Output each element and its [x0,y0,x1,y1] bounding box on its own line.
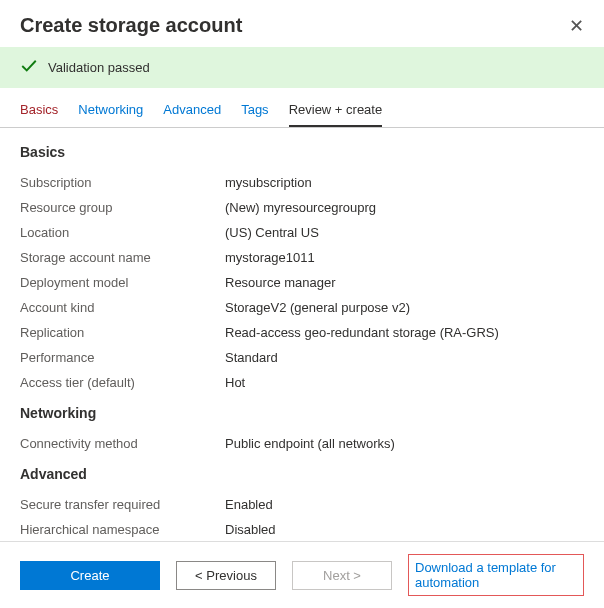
row-account-name: Storage account namemystorage1011 [20,245,584,270]
create-button[interactable]: Create [20,561,160,590]
label: Deployment model [20,275,225,290]
check-icon [20,57,38,78]
row-kind: Account kindStorageV2 (general purpose v… [20,295,584,320]
panel-header: Create storage account ✕ [0,0,604,47]
value: Resource manager [225,275,336,290]
row-replication: ReplicationRead-access geo-redundant sto… [20,320,584,345]
section-heading-advanced: Advanced [20,466,584,482]
label: Account kind [20,300,225,315]
value: StorageV2 (general purpose v2) [225,300,410,315]
label: Resource group [20,200,225,215]
label: Performance [20,350,225,365]
value: (New) myresourcegrouprg [225,200,376,215]
value: Public endpoint (all networks) [225,436,395,451]
value: Read-access geo-redundant storage (RA-GR… [225,325,499,340]
row-subscription: Subscriptionmysubscription [20,170,584,195]
label: Access tier (default) [20,375,225,390]
row-deployment: Deployment modelResource manager [20,270,584,295]
tab-review-create[interactable]: Review + create [289,102,383,127]
next-button: Next > [292,561,392,590]
row-connectivity: Connectivity methodPublic endpoint (all … [20,431,584,456]
row-performance: PerformanceStandard [20,345,584,370]
value: mystorage1011 [225,250,315,265]
value: Disabled [225,522,276,537]
validation-text: Validation passed [48,60,150,75]
label: Replication [20,325,225,340]
row-hns: Hierarchical namespaceDisabled [20,517,584,538]
value: (US) Central US [225,225,319,240]
label: Connectivity method [20,436,225,451]
close-icon[interactable]: ✕ [569,15,584,37]
row-location: Location(US) Central US [20,220,584,245]
value: Hot [225,375,245,390]
value: Enabled [225,497,273,512]
label: Secure transfer required [20,497,225,512]
validation-banner: Validation passed [0,47,604,88]
download-template-link[interactable]: Download a template for automation [408,554,584,596]
page-title: Create storage account [20,14,242,37]
tab-advanced[interactable]: Advanced [163,102,221,127]
label: Subscription [20,175,225,190]
previous-button[interactable]: < Previous [176,561,276,590]
section-heading-networking: Networking [20,405,584,421]
value: mysubscription [225,175,312,190]
row-resource-group: Resource group(New) myresourcegrouprg [20,195,584,220]
tab-bar: Basics Networking Advanced Tags Review +… [0,88,604,128]
row-access-tier: Access tier (default)Hot [20,370,584,395]
label: Storage account name [20,250,225,265]
row-secure-transfer: Secure transfer requiredEnabled [20,492,584,517]
label: Location [20,225,225,240]
section-heading-basics: Basics [20,144,584,160]
footer-bar: Create < Previous Next > Download a temp… [0,541,604,608]
review-content: Basics Subscriptionmysubscription Resour… [0,128,604,538]
tab-basics[interactable]: Basics [20,102,58,127]
tab-tags[interactable]: Tags [241,102,268,127]
label: Hierarchical namespace [20,522,225,537]
value: Standard [225,350,278,365]
tab-networking[interactable]: Networking [78,102,143,127]
